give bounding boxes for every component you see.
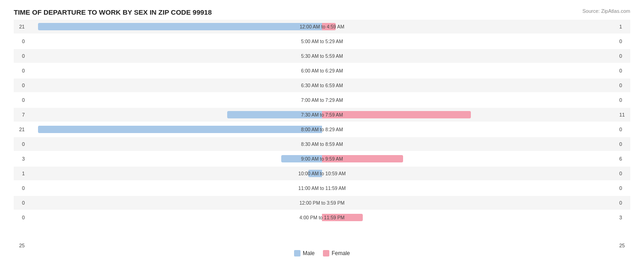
female-value: 0: [617, 97, 630, 103]
chart-row: 1 10:00 AM to 10:59 AM 0: [14, 167, 630, 180]
female-value: 0: [617, 127, 630, 132]
chart-row: 0 7:00 AM to 7:29 AM 0: [14, 93, 630, 107]
time-label: 12:00 PM to 3:59 PM: [300, 200, 345, 206]
female-bar: [322, 23, 336, 30]
time-label: 5:00 AM to 5:29 AM: [301, 39, 343, 44]
male-value: 0: [14, 83, 27, 88]
bar-section: 6:30 AM to 6:59 AM: [27, 78, 617, 92]
male-value: 0: [14, 215, 27, 220]
chart-container: TIME OF DEPARTURE TO WORK BY SEX IN ZIP …: [0, 0, 644, 273]
bar-section: 7:00 AM to 7:29 AM: [27, 93, 617, 107]
male-bar: [227, 111, 322, 118]
bar-section: 9:00 AM to 9:59 AM: [27, 152, 617, 166]
female-value: 0: [617, 68, 630, 73]
male-value: 0: [14, 68, 27, 73]
chart-row: 21 8:00 AM to 8:29 AM 0: [14, 123, 630, 136]
bar-section: 5:30 AM to 5:59 AM: [27, 49, 617, 63]
bar-section: 7:30 AM to 7:59 AM: [27, 108, 617, 122]
female-value: 0: [617, 53, 630, 59]
chart-row: 3 9:00 AM to 9:59 AM 6: [14, 152, 630, 166]
time-label: 6:00 AM to 6:29 AM: [301, 68, 343, 73]
time-label: 10:00 AM to 10:59 AM: [298, 171, 345, 176]
bar-section: 12:00 PM to 3:59 PM: [27, 196, 617, 210]
female-bar: [322, 155, 403, 162]
chart-row: 21 12:00 AM to 4:59 AM 1: [14, 20, 630, 33]
legend-female: Female: [323, 250, 350, 256]
time-label: 8:30 AM to 8:59 AM: [301, 141, 343, 147]
bar-section: 4:00 PM to 11:59 PM: [27, 211, 617, 224]
female-value: 6: [617, 156, 630, 162]
male-value: 21: [14, 24, 27, 29]
time-label: 6:30 AM to 6:59 AM: [301, 83, 343, 88]
female-value: 0: [617, 185, 630, 191]
time-label: 7:00 AM to 7:29 AM: [301, 97, 343, 103]
male-value: 0: [14, 185, 27, 191]
female-value: 0: [617, 83, 630, 88]
legend-male: Male: [294, 250, 315, 256]
bar-section: 5:00 AM to 5:29 AM: [27, 34, 617, 48]
male-value: 1: [14, 171, 27, 176]
male-value: 21: [14, 127, 27, 132]
time-label: 5:30 AM to 5:59 AM: [301, 53, 343, 59]
male-legend-label: Male: [303, 250, 315, 256]
female-value: 3: [617, 215, 630, 220]
chart-row: 0 11:00 AM to 11:59 AM 0: [14, 181, 630, 195]
axis-left: 25: [14, 243, 27, 248]
chart-row: 0 5:30 AM to 5:59 AM 0: [14, 49, 630, 63]
male-value: 3: [14, 156, 27, 162]
chart-title: TIME OF DEPARTURE TO WORK BY SEX IN ZIP …: [14, 8, 630, 16]
source-label: Source: ZipAtlas.com: [582, 8, 630, 14]
male-value: 0: [14, 141, 27, 147]
male-bar: [38, 126, 322, 133]
bar-section: 6:00 AM to 6:29 AM: [27, 64, 617, 78]
female-bar: [322, 111, 471, 118]
male-value: 0: [14, 97, 27, 103]
female-legend-box: [323, 250, 329, 256]
male-value: 7: [14, 112, 27, 117]
female-value: 0: [617, 141, 630, 147]
male-legend-box: [294, 250, 300, 256]
male-value: 0: [14, 53, 27, 59]
female-value: 1: [617, 24, 630, 29]
chart-row: 0 4:00 PM to 11:59 PM 3: [14, 211, 630, 224]
legend: Male Female: [14, 250, 630, 256]
chart-row: 0 6:30 AM to 6:59 AM 0: [14, 78, 630, 92]
male-bar: [281, 155, 322, 162]
chart-row: 0 8:30 AM to 8:59 AM 0: [14, 137, 630, 151]
male-bar: [38, 23, 322, 30]
chart-row: 0 6:00 AM to 6:29 AM 0: [14, 64, 630, 78]
bar-section: 8:30 AM to 8:59 AM: [27, 137, 617, 151]
bar-section: 8:00 AM to 8:29 AM: [27, 123, 617, 136]
chart-area: 21 12:00 AM to 4:59 AM 1 0 5:00 AM to 5:…: [14, 20, 630, 240]
axis-right: 25: [617, 243, 630, 248]
chart-row: 0 5:00 AM to 5:29 AM 0: [14, 34, 630, 48]
female-legend-label: Female: [332, 250, 350, 256]
female-value: 11: [617, 112, 630, 117]
chart-row: 7 7:30 AM to 7:59 AM 11: [14, 108, 630, 122]
male-value: 0: [14, 39, 27, 44]
male-bar: [308, 170, 322, 177]
chart-row: 0 12:00 PM to 3:59 PM 0: [14, 196, 630, 210]
female-bar: [322, 214, 363, 221]
female-value: 0: [617, 171, 630, 176]
time-label: 11:00 AM to 11:59 AM: [298, 185, 345, 191]
bar-section: 10:00 AM to 10:59 AM: [27, 167, 617, 180]
female-value: 0: [617, 200, 630, 206]
bar-section: 11:00 AM to 11:59 AM: [27, 181, 617, 195]
male-value: 0: [14, 200, 27, 206]
female-value: 0: [617, 39, 630, 44]
bar-section: 12:00 AM to 4:59 AM: [27, 20, 617, 33]
axis-row: 25 25: [14, 243, 630, 248]
